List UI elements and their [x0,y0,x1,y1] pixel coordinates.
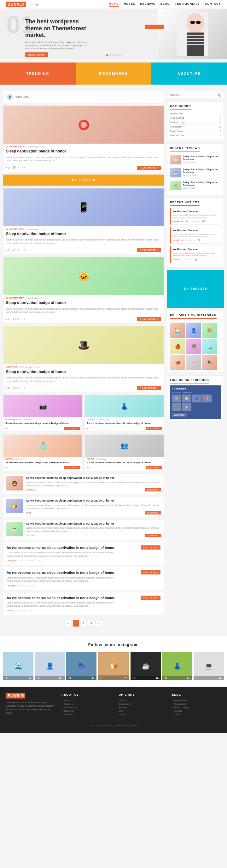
footer-link-disclaimer[interactable]: Disclaimer [62,709,110,713]
footer-link-trending[interactable]: Trending [117,699,165,702]
twitter-icon[interactable]: t [33,3,33,6]
footer-logo[interactable]: SUVA.D [6,693,55,698]
search-input[interactable] [170,93,217,96]
feed-item-3[interactable]: 🫐 ♥ 18💬 5 [66,652,96,680]
hero-dot-4[interactable] [116,54,118,56]
fb-thumb-3[interactable]: 👤 [192,395,201,402]
recent-post-2-title[interactable]: We Become Cameras [173,229,219,232]
footer-link-reviews[interactable]: Reviews [117,706,165,709]
nav-contact[interactable]: CONTACT [205,2,221,7]
fb-thumb-2[interactable]: 🌅 [182,395,191,402]
small-card-1-tag[interactable]: GLOBETROTTER [5,418,21,421]
list-card-1-read-more[interactable]: READ MORE » [145,488,161,491]
like-icon-3[interactable]: ♥ 21 [6,318,10,320]
category-item-4[interactable]: Photography 22 [170,125,221,129]
category-item-2[interactable]: Food & Dining 8 [170,116,221,120]
comment-icon[interactable]: 💬 23 [13,166,19,169]
about-box[interactable]: ABOUT ME [151,62,227,85]
share-icon-4[interactable]: ↗ 5 [22,387,25,390]
instagram-thumb-4[interactable]: 🍎 [170,339,185,354]
footer-link-about[interactable]: About Us [62,699,110,702]
footer-link-travel[interactable]: Travel Stories [172,699,221,702]
footer-link-blog[interactable]: Blog [117,709,165,713]
small-card-4-read-more[interactable]: READ MORE » [145,466,162,469]
instagram-thumb-3[interactable]: 🎨 [202,322,217,338]
nav-home[interactable]: HOME [109,2,119,7]
facebook-icon[interactable]: f [30,3,30,6]
footer-link-advertise[interactable]: Advertise [62,713,110,716]
recent-review-1-title[interactable]: Today I find a Garden Crisp at the Resta… [183,155,221,161]
feed-item-6[interactable]: 👗 ♥ 22💬 11 [162,652,192,680]
comment-icon-2[interactable]: 💬 19 [13,249,19,252]
article-4-read-more-button[interactable]: READ MORE » [137,386,161,390]
hero-read-more-button[interactable]: READ MORE [25,52,48,57]
site-logo[interactable]: SUVA.D [6,2,26,7]
like-icon[interactable]: ♥ 18 [6,167,10,169]
article-2-read-more-button[interactable]: READ MORE » [137,248,161,252]
article-3-tag[interactable]: GLOBETROTTER [6,297,24,299]
hero-dot-5[interactable] [119,54,121,56]
footer-link-privacy[interactable]: Privacy Policy [62,706,110,709]
nav-reviews[interactable]: REVIEWS [140,2,156,7]
like-icon-2[interactable]: ♥ 14 [6,249,10,251]
comment-icon-3[interactable]: 💬 15 [13,318,19,320]
category-item-1[interactable]: Appetit & Bar 15 [170,112,221,116]
footer-link-gallery[interactable]: Gallery [117,713,165,716]
share-icon-3[interactable]: ↗ 9 [22,318,25,320]
footer-link-bookmarks[interactable]: Bookmarks [117,702,165,706]
text-article-1-read-more[interactable]: READ MORE » [141,546,160,550]
small-card-2-tag[interactable]: LIFESTYLE [87,418,97,421]
hero-dot-1[interactable] [106,54,108,56]
article-1-tag[interactable]: GLOBETROTTER [6,146,24,148]
small-card-3-tag[interactable]: BEAUTY [5,458,13,460]
facebook-like-button[interactable]: Like Page [172,413,187,417]
search-icon[interactable]: 🔍 [217,93,221,97]
trending-box[interactable]: TRENDING [0,62,76,85]
fb-thumb-5[interactable]: 🌿 [172,403,181,411]
article-1-read-more-button[interactable]: READ MORE » [137,166,161,170]
category-item-3[interactable]: Travel & Living 12 [170,120,221,125]
pagination-page-3[interactable]: 3 [88,620,94,626]
fb-thumb-6[interactable]: 🏔️ [182,403,191,411]
pagination-next[interactable]: » [96,620,102,626]
recent-post-1-tag[interactable]: GLOBETROTTER [173,220,189,222]
recent-post-3-title[interactable]: We Become Cameras [173,248,219,251]
recent-post-3-tag[interactable]: TRAVEL [173,258,180,261]
instagram-thumb-7[interactable]: 🦋 [170,355,185,370]
instagram-thumb-9[interactable]: 🎭 [202,355,217,370]
nav-testimonials[interactable]: TESTIMONIALS [175,2,200,7]
text-article-3-read-more[interactable]: READ MORE » [141,596,160,600]
list-card-3-tag[interactable]: CULTURE [26,535,35,536]
small-card-4-tag[interactable]: PEOPLE [87,458,94,460]
feed-item-4[interactable]: 🍞 ♥ 27💬 9 [98,652,129,680]
bookmarks-box[interactable]: BOOKMARKS [76,62,151,85]
recent-review-2-title[interactable]: Today I find a Garden Crisp at the Resta… [183,168,221,174]
feed-item-1[interactable]: 🌊 ♥ 24💬 8 [3,652,33,680]
small-card-1-read-more[interactable]: READ MORE » [64,427,80,430]
list-card-1-tag[interactable]: LIFESTYLE [26,489,36,491]
list-card-2-tag[interactable]: FOOD [26,512,31,514]
text-article-3-tag[interactable]: TRAVEL [7,610,14,612]
category-item-5[interactable]: Travel People 6 [170,129,221,133]
article-2-tag[interactable]: GLOBETROTTER [6,228,24,230]
instagram-thumb-8[interactable]: 🌸 [186,355,201,370]
article-4-tag[interactable]: LIFESTYLE [6,366,18,368]
googleplus-icon[interactable]: g+ [36,3,39,6]
small-card-3-read-more[interactable]: READ MORE » [64,466,80,469]
pagination-page-2[interactable]: 2 [80,620,87,626]
text-article-2-tag[interactable]: LIFESTYLE [7,585,17,587]
feed-item-7[interactable]: 💻 ♥ 19💬 4 [194,652,224,680]
category-item-6[interactable]: Food and craft 17 [170,133,221,138]
recent-review-3-title[interactable]: Today I find a Garden Crisp at the Resta… [183,181,221,187]
instagram-thumb-1[interactable]: 🌅 [170,322,185,338]
list-card-2-read-more[interactable]: READ MORE » [145,511,161,515]
feed-item-2[interactable]: 👤 ♥ 31💬 12 [35,652,65,680]
nav-hotel[interactable]: HOTEL [124,2,135,7]
list-card-3-read-more[interactable]: READ MORE » [145,534,161,537]
comment-icon-4[interactable]: 💬 30 [13,387,19,390]
small-card-2-read-more[interactable]: READ MORE » [145,427,162,430]
write-input[interactable] [15,95,160,98]
hero-dot-3[interactable] [112,54,115,56]
fb-thumb-4[interactable]: 🍕 [202,395,212,402]
instagram-thumb-5[interactable]: 🌿 [186,339,201,354]
